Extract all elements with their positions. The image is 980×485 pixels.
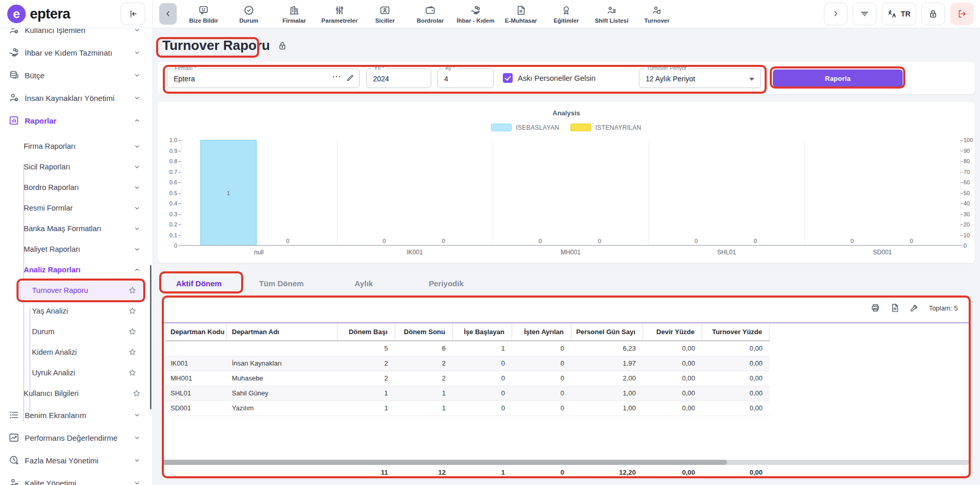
sidebar-item-kullanici-islemleri[interactable]: Kullanıcı İşlemleri <box>0 28 153 41</box>
sidebar-item-fazla-mesai-yonetimi[interactable]: Fazla Mesai Yönetimi <box>0 449 153 472</box>
tick-mark <box>178 140 181 141</box>
translate-icon <box>887 9 898 19</box>
star-icon[interactable] <box>128 327 137 336</box>
sidebar-item-maliyet-raporlari[interactable]: Maliyet Raporları <box>0 239 153 259</box>
tab-tum-donem[interactable]: Tüm Dönem <box>240 273 323 293</box>
sidebar-item-bordro-raporlari[interactable]: Bordro Raporları <box>0 177 153 198</box>
cell: 0 <box>453 386 512 401</box>
table-row[interactable]: SD001Yazılım11001,000,000,00 <box>165 401 770 416</box>
month-field[interactable]: Ay * 4 <box>437 68 494 88</box>
nav-item-durum[interactable]: Durum <box>226 0 272 28</box>
chevron-down-icon <box>133 456 141 464</box>
star-icon[interactable] <box>128 286 137 295</box>
nav-item-ihbar-kidem[interactable]: İhbar - Kıdem <box>453 0 498 28</box>
sidebar-item-durum[interactable]: Durum <box>0 321 153 342</box>
chevron-down-icon <box>133 142 141 150</box>
settings-wrench-icon[interactable] <box>909 303 920 313</box>
cell: 5 <box>337 341 395 356</box>
column-header[interactable]: Dönem Başı <box>337 323 395 340</box>
sidebar-item-analiz-raporlari[interactable]: Analiz Raporları <box>0 259 153 280</box>
sidebar-item-yas-analizi[interactable]: Yaş Analizi <box>0 301 153 321</box>
sidebar-item-label: Resmi Formlar <box>24 204 133 212</box>
star-icon[interactable] <box>128 368 137 377</box>
sidebar-item-banka-maas-formatlari[interactable]: Banka Maaş Formatları <box>0 218 153 239</box>
sidebar-item-resmi-formlar[interactable]: Resmi Formlar <box>0 198 153 218</box>
nav-item-egitimler[interactable]: Eğitimler <box>544 0 589 28</box>
nav-item-parametreler[interactable]: Parametreler <box>317 0 362 28</box>
sidebar-item-raporlar[interactable]: Raporlar <box>0 109 153 132</box>
language-button[interactable]: TR <box>882 3 916 25</box>
raporla-button[interactable]: Raporla <box>773 70 903 87</box>
nav-item-firmalar[interactable]: Firmalar <box>272 0 317 28</box>
tab-aktif-donem[interactable]: Aktif Dönem <box>158 273 240 293</box>
sidebar-item-ihbar-ve-kidem-tazminati[interactable]: İhbar ve Kıdem Tazminatı <box>0 41 153 64</box>
table-row[interactable]: MH001Muhasebe22002,000,000,00 <box>165 371 770 386</box>
tab-periyodik[interactable]: Periyodik <box>405 273 487 293</box>
company-more-icon[interactable]: ⋯ <box>332 71 342 82</box>
aski-personeller-checkbox[interactable]: Askı Personeller Gelsin <box>503 73 596 83</box>
nav-item-bize-bildir[interactable]: Bize Bildir <box>181 0 226 28</box>
y-axis-tick-right: 80 <box>964 158 970 164</box>
cell: SD001 <box>165 401 227 415</box>
y-axis-tick-left: 0.1 <box>159 232 177 238</box>
sidebar-item-label: Raporlar <box>25 116 128 125</box>
sidebar-item-uyruk-analizi[interactable]: Uyruk Analizi <box>0 362 153 383</box>
table-row[interactable]: SHL01Sahil Güney11001,000,000,00 <box>165 386 770 401</box>
nav-item-e-muhtasar[interactable]: E-Muhtasar <box>498 0 544 28</box>
topbar-right: TR <box>824 3 980 25</box>
column-header[interactable]: İşe Başlayan <box>453 323 512 340</box>
company-edit-icon[interactable] <box>346 73 355 82</box>
sidebar-item-butce[interactable]: Bütçe <box>0 64 153 86</box>
year-field[interactable]: Yıl * 2024 <box>366 68 431 88</box>
y-axis-tick-right: 30 <box>964 211 970 217</box>
company-field[interactable]: Firması * Eptera ⋯ <box>167 68 360 88</box>
star-icon[interactable] <box>128 306 137 316</box>
column-header[interactable]: Departman Kodu <box>165 323 227 340</box>
sidebar-item-benim-ekranlarim[interactable]: Benim Ekranlarım <box>0 404 153 426</box>
column-header[interactable]: Devir Yüzde <box>643 323 702 340</box>
sidebar-item-kidem-analizi[interactable]: Kidem Analizi <box>0 342 153 362</box>
sidebar-item-turnover-raporu[interactable]: Turnover Raporu <box>0 280 153 301</box>
sidebar-collapse-button[interactable] <box>121 3 145 25</box>
column-header[interactable]: İşten Ayrılan <box>512 323 571 340</box>
sidebar-item-firma-raporlari[interactable]: Firma Raporları <box>0 136 153 157</box>
column-header[interactable]: Personel Gün Sayı <box>571 323 643 340</box>
star-icon[interactable] <box>132 389 141 398</box>
print-icon[interactable] <box>870 303 881 313</box>
sidebar-item-label: Maliyet Raporları <box>24 245 133 253</box>
export-file-icon[interactable] <box>890 303 900 313</box>
nav-item-bordrolar[interactable]: Bordrolar <box>408 0 453 28</box>
gridline <box>804 140 805 246</box>
column-header[interactable]: Dönem Sonu <box>395 323 453 340</box>
company-field-value: Eptera <box>174 69 195 89</box>
sidebar-item-kalite-yonetimi[interactable]: Kalite Yönetimi <box>0 472 153 485</box>
legend-swatch-istenayrilan <box>570 124 591 131</box>
turnover-period-select[interactable]: Turnover Periyot 12 Aylık Periyot <box>639 68 761 88</box>
y-axis-tick-right: 60 <box>964 179 970 185</box>
column-header[interactable]: Departman Adı <box>227 323 337 340</box>
nav-scroll-right-button[interactable] <box>824 3 848 25</box>
lock-button[interactable] <box>921 3 945 25</box>
filter-button[interactable] <box>853 3 876 25</box>
nav-scroll-left-button[interactable] <box>159 3 177 25</box>
table-row[interactable]: IK001İnsan Kaynakları22001,970,000,00 <box>165 356 770 371</box>
nav-item-shift-listesi[interactable]: Shift Listesi <box>589 0 634 28</box>
table-header-row[interactable]: Departman KoduDepartman AdıDönem BaşıDön… <box>165 323 770 340</box>
sidebar-item-sicil-raporlari[interactable]: Sicil Raporları <box>0 157 153 177</box>
tab-aylik[interactable]: Aylık <box>323 273 405 293</box>
sidebar-item-kullanici-bilgileri[interactable]: Kullanıcı Bilgileri <box>0 383 153 404</box>
sidebar-item-performans-degerlendirme[interactable]: Performans Değerlendirme <box>0 426 153 449</box>
star-icon[interactable] <box>128 348 137 357</box>
tick-mark <box>178 246 181 246</box>
table-row[interactable]: 56106,230,000,00 <box>165 341 770 356</box>
table-horizontal-scrollbar[interactable] <box>162 460 969 465</box>
scrollbar-thumb[interactable] <box>162 460 727 465</box>
sidebar-item-label: Analiz Raporları <box>24 266 133 274</box>
nav-item-siciller[interactable]: Siciller <box>362 0 408 28</box>
sidebar-item-label: Banka Maaş Formatları <box>24 224 133 233</box>
logout-button[interactable] <box>950 3 974 25</box>
nav-item-turnover[interactable]: Turnover <box>634 0 680 28</box>
column-header[interactable]: Turnover Yüzde <box>702 323 770 340</box>
sidebar-item-insan-kaynaklari-yonetimi[interactable]: İnsan Kaynakları Yönetimi <box>0 86 153 109</box>
sidebar-scrollbar[interactable] <box>150 265 151 409</box>
